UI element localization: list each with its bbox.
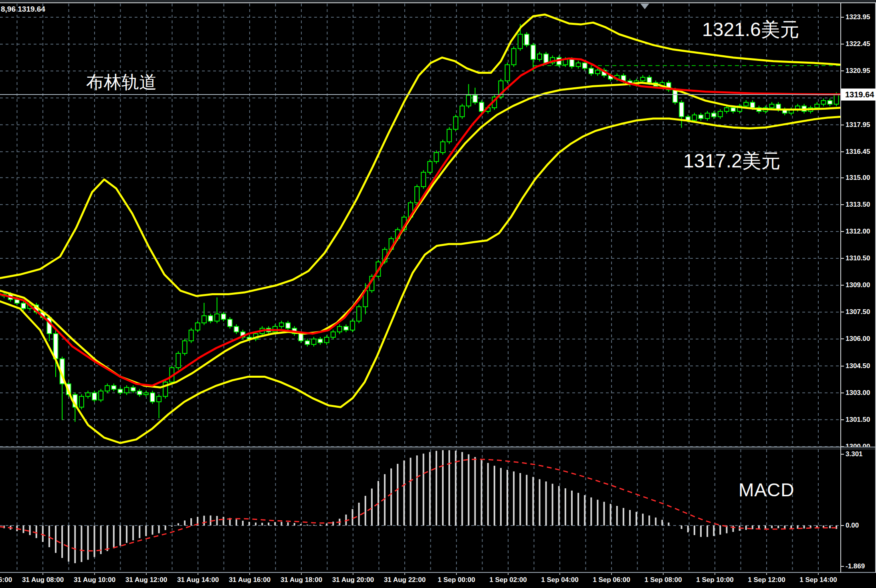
bull-candle (512, 48, 516, 64)
price-axis-tick (841, 419, 844, 420)
price-axis-tick (841, 125, 844, 125)
price-axis-label: 1322.45 (846, 40, 870, 48)
trading-chart-window: 8,96 1319.64 布林轨道 1321.6美元 1317.2美元 MACD… (0, 0, 876, 588)
macd-annotation: MACD (739, 479, 794, 501)
price-axis-tick (841, 338, 844, 339)
time-axis-label: 31 Aug 08:00 (22, 576, 64, 584)
time-axis-label: 1 Sep 00:00 (438, 576, 475, 584)
macd-axis-tick (841, 566, 844, 567)
macd-axis-label: -1.869 (846, 562, 865, 570)
bull-candle (86, 393, 90, 397)
bear-candle (583, 63, 587, 68)
bull-candle (705, 113, 710, 118)
bull-candle (466, 95, 471, 106)
bear-candle (679, 103, 684, 117)
price-axis-border[interactable] (840, 2, 841, 573)
panel-separator[interactable] (0, 447, 876, 449)
bear-candle (473, 95, 477, 103)
bear-candle (525, 34, 529, 45)
time-axis-label: 31 Aug 10:00 (74, 576, 115, 584)
bear-candle (286, 323, 290, 328)
bull-candle (176, 353, 180, 368)
bear-candle (318, 339, 323, 342)
price-axis-tick (841, 312, 844, 312)
bull-candle (454, 117, 458, 129)
price-axis-tick (841, 177, 844, 178)
bull-candle (337, 326, 342, 332)
time-axis-label: 31 Aug 16:00 (229, 576, 270, 584)
bull-candle (331, 332, 335, 337)
bear-candle (137, 391, 142, 395)
bear-candle (712, 113, 716, 117)
bull-candle (357, 307, 361, 321)
bull-candle (505, 65, 510, 81)
bull-candle (595, 70, 600, 74)
bear-candle (344, 326, 348, 330)
macd-axis-tick (841, 454, 844, 455)
bull-candle (576, 63, 581, 66)
time-axis-label: 1 Sep 12:00 (748, 576, 785, 584)
bull-candle (183, 341, 187, 353)
bull-candle (189, 330, 194, 341)
bear-candle (479, 103, 484, 111)
price-axis-tick (841, 231, 844, 232)
bull-candle (215, 314, 219, 321)
bull-candle (79, 397, 84, 407)
bull-candle (105, 386, 109, 391)
price-axis-label: 1317.95 (846, 121, 870, 129)
price-axis-label: 1310.50 (846, 254, 870, 262)
time-axis-label: 31 Aug 06:00 (0, 576, 12, 584)
bear-candle (299, 334, 303, 341)
bear-candle (111, 386, 116, 389)
time-axis-label: 1 Sep 06:00 (593, 576, 630, 584)
bull-candle (821, 101, 826, 104)
bull-candle (692, 115, 696, 120)
price-axis-tick (841, 151, 844, 152)
time-axis-label: 31 Aug 12:00 (125, 576, 167, 584)
bull-candle (815, 104, 819, 108)
bear-candle (305, 341, 309, 344)
bull-candle (144, 393, 148, 395)
price-axis-tick (841, 70, 844, 71)
bear-candle (699, 115, 703, 119)
macd-axis-label: 0.00 (846, 522, 859, 530)
price-axis-tick (841, 285, 844, 286)
price-axis-tick (841, 258, 844, 259)
bull-candle (441, 142, 445, 153)
price-axis-label: 1323.95 (846, 13, 870, 21)
bear-candle (221, 314, 226, 319)
bear-candle (208, 316, 213, 321)
bull-candle (196, 323, 200, 330)
bull-candle (518, 34, 523, 49)
bear-candle (828, 101, 832, 104)
price-axis-tick (841, 366, 844, 366)
bull-candle (125, 387, 129, 393)
bull-candle (447, 129, 452, 142)
bull-candle (157, 397, 161, 402)
bull-candle (537, 54, 542, 59)
bear-candle (234, 326, 238, 332)
bull-candle (434, 153, 438, 161)
bull-candle (641, 77, 645, 81)
bear-candle (118, 389, 123, 393)
bear-candle (228, 319, 232, 326)
support-annotation: 1317.2美元 (683, 148, 781, 174)
price-axis-tick (841, 44, 844, 44)
time-axis-label: 1 Sep 14:00 (799, 576, 837, 584)
price-axis-label: 1313.50 (846, 201, 870, 209)
price-axis-tick (841, 204, 844, 205)
bull-candle (460, 106, 464, 117)
time-axis-label: 1 Sep 08:00 (644, 576, 682, 584)
bull-candle (718, 111, 723, 117)
bear-candle (544, 54, 548, 63)
bear-candle (570, 59, 574, 66)
bull-candle (312, 339, 316, 344)
bull-candle (428, 161, 432, 172)
price-axis-label: 1320.95 (846, 67, 870, 75)
price-axis-label: 1301.50 (846, 416, 870, 424)
price-axis-label: 1307.50 (846, 308, 870, 316)
bull-candle (834, 95, 839, 104)
bull-candle (725, 108, 729, 111)
bear-candle (92, 393, 97, 400)
time-axis-label: 31 Aug 22:00 (384, 576, 426, 584)
